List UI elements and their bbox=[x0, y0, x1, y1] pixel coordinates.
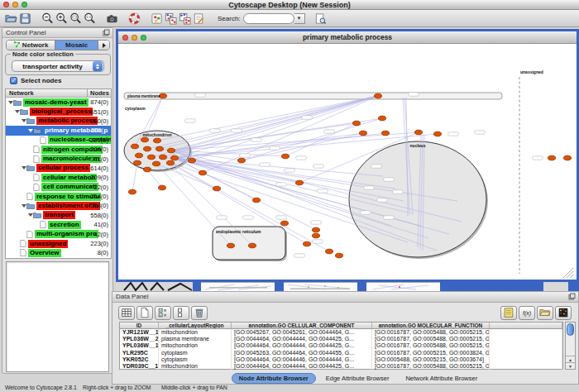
expand-triangle-icon[interactable] bbox=[21, 166, 26, 170]
table-row[interactable]: YPL036W__1mitochondrion[GO:0044464, GO:0… bbox=[120, 342, 562, 349]
network-node[interactable] bbox=[167, 160, 175, 165]
column-header-empty[interactable] bbox=[490, 323, 562, 328]
network-node[interactable] bbox=[144, 167, 151, 172]
network-node[interactable] bbox=[382, 131, 390, 136]
network-node[interactable] bbox=[136, 153, 143, 158]
network-node[interactable] bbox=[326, 249, 333, 254]
background-window-sliver[interactable] bbox=[284, 282, 357, 291]
float-panel-icon[interactable] bbox=[103, 29, 110, 36]
expand-triangle-icon[interactable] bbox=[14, 110, 20, 113]
expand-triangle-icon[interactable] bbox=[27, 213, 33, 217]
table-scrollbar[interactable]: ▲ ▼ bbox=[565, 322, 576, 370]
tab-mosaic[interactable]: Mosaic bbox=[55, 41, 98, 50]
table-row[interactable]: YKR052Ccytoplasm[GO:0044464, GO:0044446,… bbox=[120, 356, 562, 363]
network-node[interactable] bbox=[171, 155, 179, 160]
unselect-attributes-button[interactable] bbox=[173, 306, 189, 320]
expand-triangle-icon[interactable] bbox=[21, 204, 26, 208]
network-node[interactable] bbox=[156, 146, 164, 151]
network-node[interactable] bbox=[375, 93, 382, 98]
table-row[interactable]: YLR295Ccytoplasm[GO:0045263, GO:0044464,… bbox=[120, 350, 562, 356]
tree-item-metabolic-process[interactable]: metabolic process280(0) bbox=[6, 117, 111, 126]
expand-triangle-icon[interactable] bbox=[7, 101, 13, 104]
tree-item-nitrogen-compoun[interactable]: nitrogen compoun209(0) bbox=[6, 145, 111, 154]
network-node[interactable] bbox=[134, 160, 141, 165]
node-color-combobox[interactable]: transporter activity bbox=[12, 60, 104, 72]
expand-triangle-icon[interactable] bbox=[27, 129, 33, 132]
tab-network[interactable]: Network bbox=[7, 41, 55, 50]
tree-item-establishment-of-lo[interactable]: establishment of lo558(0) bbox=[6, 201, 111, 210]
zoom-in-button[interactable] bbox=[55, 12, 69, 26]
tree-column-nodes[interactable]: Nodes bbox=[87, 89, 112, 98]
tree-item-response-to-stimulu[interactable]: response to stimulu264(0) bbox=[6, 192, 111, 201]
network-node[interactable] bbox=[360, 131, 367, 136]
network-node[interactable] bbox=[253, 198, 261, 203]
search-options-button[interactable] bbox=[313, 12, 328, 26]
attribute-notes-button[interactable] bbox=[500, 306, 517, 320]
tree-item-nucleobase-contain[interactable]: nucleobase-contain209(0) bbox=[6, 136, 111, 145]
tree-item-transport[interactable]: transport558(0) bbox=[6, 211, 111, 220]
tree-item-biological-process[interactable]: biological_process651(0) bbox=[6, 107, 111, 116]
network-node[interactable] bbox=[168, 148, 175, 153]
tab-network-attribute-browser[interactable]: Network Attribute Browser bbox=[399, 374, 484, 383]
network-node[interactable] bbox=[296, 180, 304, 185]
background-frame-border[interactable] bbox=[440, 282, 543, 291]
tree-item-secretion[interactable]: secretion41(0) bbox=[6, 220, 111, 229]
resize-grip-icon[interactable] bbox=[570, 275, 573, 278]
network-node[interactable] bbox=[154, 138, 161, 143]
column-header-annotation.GO CELLULAR_COMPONENT[interactable]: annotation.GO CELLULAR_COMPONENT bbox=[232, 323, 372, 328]
scroll-up-arrow[interactable]: ▲ bbox=[566, 356, 575, 362]
network-node[interactable] bbox=[129, 189, 136, 194]
attribute-matrix-button[interactable] bbox=[555, 306, 572, 320]
network-node[interactable] bbox=[144, 146, 151, 151]
search-dropdown-arrow[interactable]: ▼ bbox=[294, 13, 305, 24]
table-row[interactable]: YPL036W__2plasma membrane[GO:0044464, GO… bbox=[120, 336, 562, 342]
network-frame-titlebar[interactable]: primary metabolic process bbox=[118, 31, 577, 44]
scroll-down-arrow[interactable]: ▼ bbox=[566, 362, 575, 369]
tab-overflow-arrow[interactable] bbox=[98, 41, 109, 50]
select-attributes-button[interactable] bbox=[155, 306, 171, 320]
background-window-sliver[interactable] bbox=[201, 282, 275, 291]
network-node[interactable] bbox=[304, 241, 311, 246]
annotation-button[interactable] bbox=[192, 12, 206, 26]
float-panel-icon[interactable] bbox=[568, 293, 576, 300]
network-node[interactable] bbox=[189, 158, 196, 163]
network-node[interactable] bbox=[160, 93, 167, 98]
network-node[interactable] bbox=[227, 243, 235, 248]
resize-grip-icon[interactable] bbox=[567, 271, 573, 278]
tree-item-multi-organism-pro[interactable]: multi-organism pro42(0) bbox=[6, 229, 111, 238]
open-folder-button[interactable] bbox=[4, 12, 18, 26]
network-node[interactable] bbox=[199, 170, 207, 175]
network-node[interactable] bbox=[159, 185, 166, 190]
zoom-selected-button[interactable] bbox=[69, 12, 83, 26]
network-canvas[interactable]: plasma membranecytoplasmmitochondrionnuc… bbox=[118, 44, 577, 280]
tree-item-primary-metabolic-p[interactable]: primary metabolic p209(... bbox=[6, 126, 111, 135]
tree-item-cell-communicati[interactable]: cell communicati22(0) bbox=[6, 183, 111, 192]
delete-attribute-button[interactable] bbox=[191, 306, 208, 320]
import-attributes-button[interactable] bbox=[537, 306, 553, 320]
tree-column-network[interactable]: Network bbox=[9, 89, 34, 98]
attribute-table-button[interactable] bbox=[118, 306, 135, 320]
expand-triangle-icon[interactable] bbox=[21, 119, 26, 122]
tree-item-macromolecule-m[interactable]: macromolecule m311(0) bbox=[6, 154, 111, 163]
network-node[interactable] bbox=[160, 155, 167, 160]
network-node[interactable] bbox=[238, 158, 246, 163]
tab-node-attribute-browser[interactable]: Node Attribute Browser bbox=[232, 373, 316, 384]
network-node[interactable] bbox=[313, 233, 320, 238]
table-row[interactable]: YDR039C__1mitochondrion[GO:0044464, GO:0… bbox=[120, 363, 562, 370]
save-button[interactable] bbox=[18, 12, 32, 26]
snapshot-camera-button[interactable] bbox=[105, 12, 119, 26]
tree-item-unassigned[interactable]: unassigned223(0) bbox=[6, 239, 111, 248]
tree-item-cellular-process[interactable]: cellular process614(0) bbox=[6, 164, 111, 173]
network-node[interactable] bbox=[141, 137, 149, 142]
background-frame-border[interactable] bbox=[568, 282, 579, 291]
network-node[interactable] bbox=[313, 227, 320, 232]
help-lifesaver-button[interactable] bbox=[127, 12, 141, 26]
network-node[interactable] bbox=[132, 144, 139, 149]
network-node[interactable] bbox=[434, 131, 442, 136]
network-overlay-a-button[interactable] bbox=[164, 12, 178, 26]
zoom-out-button[interactable] bbox=[41, 12, 55, 26]
background-window-sliver[interactable] bbox=[366, 282, 440, 291]
vizmapper-button[interactable] bbox=[150, 12, 164, 26]
background-frame-border[interactable] bbox=[357, 282, 366, 291]
network-node[interactable] bbox=[153, 161, 160, 166]
